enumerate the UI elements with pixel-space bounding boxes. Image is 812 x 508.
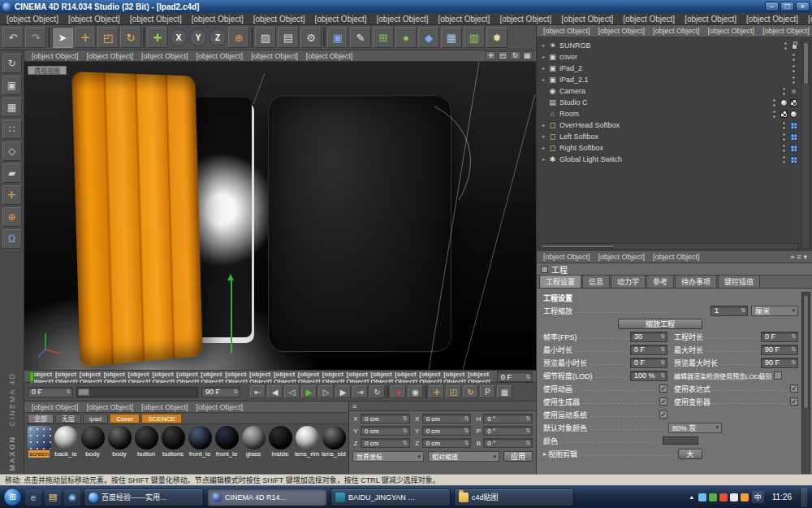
- coordinate-system-icon[interactable]: ⊕: [228, 27, 249, 48]
- key-rotation-button[interactable]: ↻: [463, 385, 478, 398]
- visibility-dots[interactable]: [770, 110, 778, 119]
- attribute-field[interactable]: 0 F: [761, 332, 798, 342]
- am-layout-icon[interactable]: ▾: [803, 253, 807, 262]
- view-clipping-button[interactable]: 大: [678, 449, 702, 459]
- end-frame-field[interactable]: 90 F: [201, 387, 240, 397]
- material-menu-item[interactable]: [object Object]: [192, 403, 248, 411]
- om-menu-item[interactable]: [object Object]: [539, 27, 594, 35]
- menu-item[interactable]: [object Object]: [63, 15, 125, 24]
- lod-field[interactable]: 100 %: [630, 371, 667, 381]
- menu-item[interactable]: [object Object]: [433, 15, 495, 24]
- menu-item[interactable]: [object Object]: [248, 15, 310, 24]
- apply-button[interactable]: 应用: [503, 451, 533, 462]
- visibility-dots[interactable]: [770, 98, 778, 107]
- show-desktop-button[interactable]: [800, 488, 807, 507]
- make-editable-icon[interactable]: ↻: [2, 54, 22, 73]
- menu-item[interactable]: [object Object]: [495, 15, 556, 24]
- key-pla-button[interactable]: ▦: [497, 385, 512, 398]
- size-field[interactable]: 0 cm: [422, 414, 472, 423]
- object-row[interactable]: ◉ Camera: [539, 85, 797, 97]
- visibility-dots[interactable]: [780, 155, 788, 164]
- material-menu-item[interactable]: [object Object]: [83, 403, 138, 411]
- object-row[interactable]: ▤ Studio C: [539, 97, 797, 108]
- enable-axis-icon[interactable]: ✛: [2, 185, 22, 205]
- lod-editor-checkbox[interactable]: [774, 371, 782, 380]
- material-item[interactable]: screen: [26, 426, 52, 458]
- am-menu-item[interactable]: [object Object]: [594, 253, 650, 261]
- size-field[interactable]: 0 cm: [422, 426, 472, 436]
- expand-icon[interactable]: +: [539, 42, 547, 50]
- material-item[interactable]: inside: [267, 426, 293, 458]
- material-item[interactable]: buttons: [160, 426, 186, 458]
- attribute-field[interactable]: 90 F: [761, 358, 798, 368]
- visibility-dots[interactable]: [780, 121, 788, 130]
- coordinates-icon[interactable]: ⊕: [2, 207, 22, 227]
- om-menu-item[interactable]: [object Object]: [704, 27, 759, 35]
- am-filter-icon[interactable]: ≡: [797, 253, 801, 262]
- add-environment-icon[interactable]: ▦: [441, 27, 462, 48]
- material-item[interactable]: back_le: [53, 426, 79, 458]
- start-frame-field[interactable]: 0 F: [28, 387, 73, 397]
- material-layer-tab[interactable]: 全部: [28, 414, 54, 423]
- visibility-dots[interactable]: [780, 144, 788, 153]
- render-view-icon[interactable]: ▨: [255, 27, 276, 48]
- ipad-back-object[interactable]: [268, 95, 451, 352]
- expand-icon[interactable]: +: [539, 133, 547, 141]
- expand-icon[interactable]: +: [539, 65, 547, 72]
- add-spline-icon[interactable]: ✎: [350, 27, 371, 48]
- rotate-view-icon[interactable]: ↻: [510, 51, 520, 60]
- size-field[interactable]: 0 cm: [422, 438, 472, 448]
- current-frame-field[interactable]: 0 F: [497, 371, 533, 382]
- expand-icon[interactable]: +: [539, 122, 547, 129]
- viewport-menu-item[interactable]: [object Object]: [83, 52, 138, 60]
- menu-item[interactable]: [object Object]: [310, 15, 372, 24]
- add-light-icon[interactable]: ✸: [486, 27, 508, 48]
- viewport-menu-item[interactable]: [object Object]: [28, 52, 83, 60]
- material-layer-tab[interactable]: SCENCE: [141, 414, 181, 423]
- attribute-tab[interactable]: 参考: [646, 275, 674, 288]
- visibility-dots[interactable]: [780, 132, 788, 141]
- attribute-field[interactable]: 0 F: [630, 345, 667, 355]
- object-row[interactable]: + ▣ iPad_2: [539, 63, 797, 74]
- taskbar-window-button[interactable]: BAIDU_JINGYAN …: [330, 488, 451, 506]
- next-frame-button[interactable]: ▷: [318, 385, 334, 398]
- menu-item[interactable]: [object Object]: [2, 15, 63, 24]
- record-keyframe-button[interactable]: ●: [391, 385, 406, 398]
- tray-icon-white[interactable]: [730, 493, 738, 501]
- loop-button[interactable]: ↻: [369, 385, 385, 398]
- attribute-field[interactable]: 30: [630, 332, 667, 342]
- material-item[interactable]: glass: [240, 426, 266, 458]
- rotation-field[interactable]: 0 °: [483, 414, 533, 423]
- menu-item[interactable]: [object Object]: [187, 15, 248, 24]
- object-tree-hscrollbar[interactable]: [539, 243, 799, 250]
- material-layer-tab[interactable]: Cover: [110, 414, 140, 423]
- am-search-icon[interactable]: ⌖: [790, 253, 794, 262]
- object-tag[interactable]: [790, 145, 797, 152]
- motion-system-checkbox[interactable]: ✓: [659, 410, 667, 419]
- rotation-field[interactable]: 0 °: [483, 438, 533, 448]
- view-label[interactable]: 透视视图: [28, 66, 67, 75]
- object-row[interactable]: + ☀ SUNRGB: [539, 40, 797, 51]
- coords-menu-icon[interactable]: ≡: [352, 402, 356, 410]
- object-row[interactable]: + ◻ OverHead Softbox: [539, 119, 797, 131]
- object-tag[interactable]: [792, 44, 797, 50]
- timeline-ruler[interactable]: [object Object][object Object][object Ob…: [24, 370, 536, 383]
- rotate-tool-icon[interactable]: ↻: [120, 27, 141, 48]
- size-mode-select[interactable]: 相对缩放: [428, 451, 499, 462]
- viewport-canvas[interactable]: 透视视图: [24, 62, 536, 370]
- viewport-menu-item[interactable]: [object Object]: [302, 52, 357, 60]
- add-generator-icon[interactable]: ⊞: [373, 27, 394, 48]
- attribute-tab[interactable]: 工程设置: [539, 275, 581, 288]
- goto-end-button[interactable]: ⇥: [352, 385, 368, 398]
- viewport-menu-item[interactable]: [object Object]: [137, 52, 192, 60]
- taskbar-clock[interactable]: 11:26: [767, 493, 797, 501]
- menu-item[interactable]: [object Object]: [618, 15, 680, 24]
- taskbar-window-button[interactable]: c4d贴图: [454, 488, 574, 506]
- object-row[interactable]: + ◻ Right Softbox: [539, 142, 797, 154]
- expand-icon[interactable]: +: [539, 145, 547, 152]
- am-menu-item[interactable]: [object Object]: [649, 253, 704, 261]
- attribute-tab[interactable]: 键控插值: [718, 275, 760, 288]
- show-hidden-icons[interactable]: ▴: [688, 493, 696, 501]
- minimize-button[interactable]: –: [765, 2, 779, 11]
- close-button[interactable]: ×: [796, 2, 810, 11]
